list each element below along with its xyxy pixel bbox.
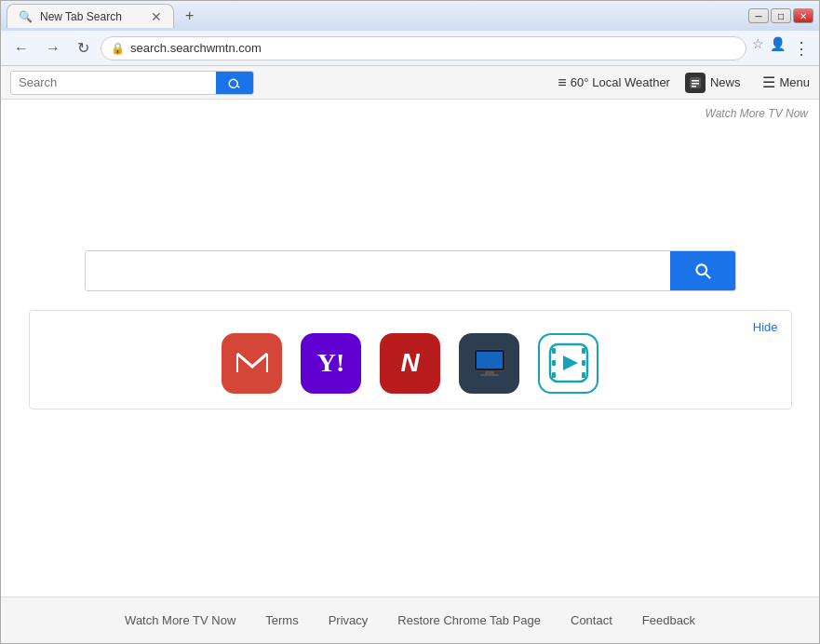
news-widget[interactable]: News	[685, 73, 741, 93]
quick-links-row: Y! N	[45, 333, 776, 394]
svg-line-5	[705, 273, 709, 277]
account-icon[interactable]: 👤	[770, 36, 786, 60]
svg-rect-1	[692, 80, 699, 82]
page-content: Watch More TV Now Hide	[1, 100, 819, 643]
svg-rect-19	[582, 348, 585, 354]
svg-rect-18	[552, 372, 556, 378]
quick-link-watch-tv[interactable]	[459, 333, 519, 394]
lock-icon: 🔒	[111, 42, 125, 55]
svg-rect-21	[582, 372, 585, 378]
footer-link-feedback[interactable]: Feedback	[642, 613, 695, 627]
new-tab-button[interactable]: +	[178, 4, 201, 28]
footer: Watch More TV Now Terms Privacy Restore …	[1, 597, 819, 643]
news-icon	[685, 73, 706, 93]
back-button[interactable]: ←	[8, 38, 34, 59]
footer-link-privacy[interactable]: Privacy	[329, 613, 369, 627]
big-search-icon	[693, 262, 712, 280]
svg-rect-12	[480, 374, 499, 376]
weather-label: Local Weather	[592, 75, 670, 89]
svg-rect-14	[477, 352, 503, 369]
quick-link-video[interactable]	[538, 333, 598, 394]
tab-title: New Tab Search	[40, 10, 122, 23]
news-icon-svg	[688, 75, 703, 90]
toolbar-search-input[interactable]	[11, 72, 216, 94]
video-icon	[548, 342, 589, 383]
bookmark-icon[interactable]: ☆	[752, 36, 764, 60]
active-tab[interactable]: 🔍 New Tab Search ✕	[7, 4, 174, 28]
tab-favicon: 🔍	[19, 10, 33, 23]
footer-link-terms[interactable]: Terms	[265, 613, 298, 627]
svg-rect-3	[692, 86, 696, 87]
browser-window: 🔍 New Tab Search ✕ + ─ □ ✕ ← → ↻ 🔒 searc…	[0, 0, 820, 644]
address-text: search.searchwmtn.com	[130, 41, 736, 55]
big-search-input[interactable]	[86, 251, 670, 290]
monitor-icon	[471, 344, 508, 382]
yahoo-icon: Y!	[317, 348, 345, 378]
quick-link-yahoo[interactable]: Y!	[301, 333, 361, 394]
big-search-button[interactable]	[670, 251, 735, 290]
hamburger-icon: ☰	[762, 74, 775, 91]
quick-link-netflix[interactable]: N	[380, 333, 440, 394]
toolbar: ≡ 60° Local Weather News ☰ Menu	[1, 66, 819, 100]
toolbar-search-icon	[228, 76, 241, 89]
quick-links-box: Hide Y!	[29, 310, 792, 409]
reload-button[interactable]: ↻	[72, 37, 95, 59]
watch-tv-top-link[interactable]: Watch More TV Now	[706, 107, 808, 120]
title-bar: 🔍 New Tab Search ✕ + ─ □ ✕	[1, 1, 819, 31]
hide-button[interactable]: Hide	[753, 320, 778, 334]
weather-temp: 60°	[571, 75, 589, 89]
news-label: News	[710, 75, 741, 89]
svg-rect-2	[692, 83, 699, 85]
svg-rect-20	[582, 360, 585, 366]
weather-icon: ≡	[558, 74, 566, 91]
forward-button[interactable]: →	[40, 38, 66, 59]
svg-rect-16	[552, 348, 556, 354]
address-input-wrap[interactable]: 🔒 search.searchwmtn.com	[101, 36, 746, 60]
big-search-wrap	[85, 250, 736, 291]
svg-rect-17	[552, 360, 556, 366]
toolbar-search-button[interactable]	[216, 71, 253, 95]
footer-link-contact[interactable]: Contact	[571, 613, 612, 627]
weather-widget[interactable]: ≡ 60° Local Weather	[558, 74, 670, 91]
menu-label: Menu	[779, 75, 810, 89]
svg-rect-6	[235, 350, 269, 376]
close-button[interactable]: ✕	[793, 8, 813, 23]
window-controls: ─ □ ✕	[748, 8, 813, 23]
toolbar-search-wrap	[10, 71, 254, 95]
tab-close-button[interactable]: ✕	[151, 9, 162, 24]
main-center: Hide Y!	[1, 100, 819, 597]
footer-link-restore[interactable]: Restore Chrome Tab Page	[397, 613, 541, 627]
menu-button[interactable]: ☰ Menu	[762, 74, 810, 91]
browser-menu-button[interactable]: ⋮	[791, 36, 812, 60]
minimize-button[interactable]: ─	[748, 8, 769, 23]
quick-link-gmail[interactable]	[222, 333, 282, 394]
maximize-button[interactable]: □	[771, 8, 791, 23]
address-bar-icons: ☆ 👤 ⋮	[752, 36, 812, 60]
address-bar: ← → ↻ 🔒 search.searchwmtn.com ☆ 👤 ⋮	[1, 31, 819, 66]
netflix-icon: N	[400, 348, 419, 378]
gmail-icon	[235, 350, 269, 376]
svg-rect-11	[485, 371, 494, 374]
footer-link-watch-more-tv[interactable]: Watch More TV Now	[125, 613, 235, 627]
